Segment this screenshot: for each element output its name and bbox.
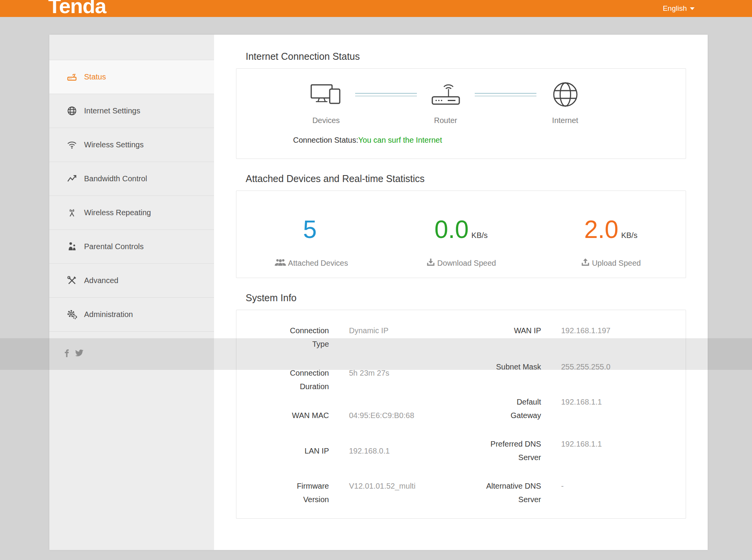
wifi-icon bbox=[66, 139, 78, 151]
node-label: Internet bbox=[552, 116, 578, 125]
field-value: 5h 23m 27s bbox=[329, 366, 449, 380]
link-line bbox=[355, 93, 417, 96]
stat-label-row: Attached Devices bbox=[275, 258, 348, 268]
sidebar-item-wireless-repeating[interactable]: Wireless Repeating bbox=[49, 196, 214, 230]
table-row: WAN MAC 04:95:E6:C9:B0:68 Default Gatewa… bbox=[236, 395, 686, 422]
stat-value: 2.0 bbox=[584, 217, 619, 242]
section-title-system: System Info bbox=[246, 292, 686, 304]
stat-download-speed: 0.0 KB/s Download Speed bbox=[386, 217, 536, 268]
stat-unit: KB/s bbox=[621, 231, 637, 240]
field-label: Subnet Mask bbox=[449, 360, 541, 374]
stat-label: Upload Speed bbox=[592, 259, 641, 268]
content-area: Internet Connection Status Devices bbox=[214, 35, 708, 519]
node-internet: Internet bbox=[536, 78, 594, 125]
stat-attached-devices: 5 bbox=[236, 217, 386, 268]
gears-icon bbox=[66, 309, 78, 321]
stat-label: Attached Devices bbox=[288, 259, 348, 268]
router-icon bbox=[431, 78, 461, 111]
sidebar-item-label: Wireless Repeating bbox=[84, 208, 151, 217]
statistics-panel: 5 bbox=[236, 191, 686, 278]
field-label: Connection Duration bbox=[236, 366, 329, 393]
field-label: Default Gateway bbox=[449, 395, 541, 422]
tenda-logo: Tenda bbox=[48, 0, 106, 16]
field-value: 192.168.1.197 bbox=[541, 324, 686, 337]
connection-diagram: Devices bbox=[236, 69, 686, 125]
section-title-connection: Internet Connection Status bbox=[246, 51, 686, 62]
sidebar-item-parental-controls[interactable]: Parental Controls bbox=[49, 230, 214, 264]
stat-label: Download Speed bbox=[437, 259, 496, 268]
field-value: 255.255.255.0 bbox=[541, 360, 686, 374]
chevron-down-icon bbox=[690, 7, 695, 10]
sidebar-item-label: Bandwidth Control bbox=[84, 174, 147, 183]
sidebar-item-label: Status bbox=[84, 73, 106, 81]
connection-status-value: You can surf the Internet bbox=[358, 136, 442, 144]
table-row: LAN IP 192.168.0.1 Preferred DNS Server … bbox=[236, 437, 686, 464]
field-label: Firmware Version bbox=[236, 479, 329, 506]
upload-icon bbox=[581, 258, 590, 268]
globe-icon bbox=[66, 105, 78, 117]
connection-status-label: Connection Status: bbox=[293, 136, 358, 144]
internet-globe-icon bbox=[553, 78, 578, 111]
field-value: 04:95:E6:C9:B0:68 bbox=[329, 395, 449, 422]
sidebar-item-label: Advanced bbox=[84, 276, 118, 285]
field-label: Connection Type bbox=[236, 324, 329, 351]
facebook-icon[interactable] bbox=[65, 349, 69, 357]
parental-icon bbox=[66, 241, 78, 253]
node-router: Router bbox=[417, 78, 475, 125]
sidebar-header-spacer bbox=[49, 35, 214, 60]
link-line bbox=[475, 93, 536, 96]
field-value: 192.168.0.1 bbox=[329, 437, 449, 458]
language-selector[interactable]: English bbox=[663, 0, 695, 17]
field-value: 192.168.1.1 bbox=[541, 395, 686, 409]
field-value: Dynamic IP bbox=[329, 324, 449, 337]
antenna-icon bbox=[66, 207, 78, 219]
stat-unit: KB/s bbox=[471, 231, 487, 240]
language-label: English bbox=[663, 4, 687, 13]
sidebar-item-advanced[interactable]: Advanced bbox=[49, 264, 214, 298]
stat-label-row: Upload Speed bbox=[581, 258, 641, 268]
sidebar-item-status[interactable]: Status bbox=[49, 60, 214, 94]
sidebar-nav: Status Internet Settings bbox=[49, 35, 214, 550]
field-label: Alternative DNS Server bbox=[449, 479, 541, 506]
system-info-table: Connection Type Dynamic IP WAN IP 192.16… bbox=[236, 310, 686, 506]
sidebar-item-label: Internet Settings bbox=[84, 106, 140, 115]
sidebar-item-bandwidth-control[interactable]: Bandwidth Control bbox=[49, 162, 214, 196]
system-info-panel: Connection Type Dynamic IP WAN IP 192.16… bbox=[236, 310, 686, 519]
field-label: WAN MAC bbox=[236, 395, 329, 422]
field-value: - bbox=[541, 479, 686, 493]
node-devices: Devices bbox=[297, 78, 355, 125]
sidebar-item-internet-settings[interactable]: Internet Settings bbox=[49, 94, 214, 128]
connection-status-panel: Devices bbox=[236, 68, 686, 159]
status-router-icon bbox=[66, 71, 78, 83]
people-icon bbox=[275, 258, 286, 268]
table-row: Connection Type Dynamic IP WAN IP 192.16… bbox=[236, 324, 686, 351]
stat-upload-speed: 2.0 KB/s Upload Speed bbox=[536, 217, 686, 268]
section-title-stats: Attached Devices and Real-time Statistic… bbox=[246, 173, 686, 185]
sidebar-item-label: Administration bbox=[84, 310, 133, 319]
stat-label-row: Download Speed bbox=[426, 258, 496, 268]
field-label: Preferred DNS Server bbox=[449, 437, 541, 464]
twitter-icon[interactable] bbox=[75, 349, 84, 357]
node-label: Devices bbox=[312, 116, 340, 125]
tools-icon bbox=[66, 275, 78, 287]
download-icon bbox=[426, 258, 435, 268]
top-header-bar: Tenda English bbox=[0, 0, 752, 17]
node-label: Router bbox=[434, 116, 457, 125]
social-links bbox=[65, 349, 84, 357]
field-label: LAN IP bbox=[236, 437, 329, 458]
sidebar-item-administration[interactable]: Administration bbox=[49, 298, 214, 332]
chart-line-icon bbox=[66, 173, 78, 185]
field-label: WAN IP bbox=[449, 324, 541, 337]
sidebar-item-label: Wireless Settings bbox=[84, 140, 144, 149]
sidebar-item-label: Parental Controls bbox=[84, 242, 144, 251]
stat-value: 5 bbox=[303, 217, 317, 242]
main-card: Status Internet Settings bbox=[49, 35, 708, 550]
connection-status-line: Connection Status:You can surf the Inter… bbox=[236, 136, 686, 145]
field-value: 192.168.1.1 bbox=[541, 437, 686, 451]
table-row: Firmware Version V12.01.01.52_multi Alte… bbox=[236, 479, 686, 506]
stats-row: 5 bbox=[236, 191, 686, 268]
table-row: Connection Duration 5h 23m 27s Subnet Ma… bbox=[236, 366, 686, 393]
sidebar-item-wireless-settings[interactable]: Wireless Settings bbox=[49, 128, 214, 162]
devices-icon bbox=[310, 78, 342, 111]
field-value: V12.01.01.52_multi bbox=[329, 479, 449, 493]
